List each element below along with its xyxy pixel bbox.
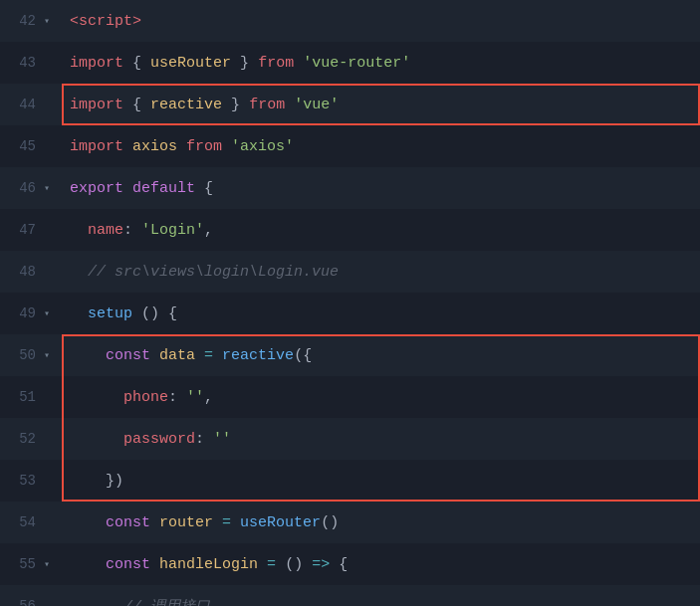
token-plain <box>258 556 267 573</box>
token-plain <box>204 431 213 448</box>
token-punctuation: { <box>204 180 213 197</box>
line-number: 51 <box>0 376 62 418</box>
token-plain <box>150 556 159 573</box>
fold-arrow-icon[interactable]: ▾ <box>40 306 54 320</box>
token-import-word: import <box>70 55 123 72</box>
token-comment: // src\views\login\Login.vue <box>88 264 339 281</box>
code-line: 45import axios from 'axios' <box>0 125 700 167</box>
token-from: from <box>258 55 294 72</box>
token-punctuation: { <box>168 305 177 322</box>
code-editor: 42▾<script>43import { useRouter } from '… <box>0 0 700 606</box>
token-plain <box>177 138 186 155</box>
code-content: setup () { <box>62 305 177 322</box>
token-operator: = <box>204 347 213 364</box>
line-number: 42▾ <box>0 0 62 42</box>
token-keyword: default <box>132 180 195 197</box>
token-prop: password <box>123 431 195 448</box>
code-line: 50▾ const data = reactive({ <box>0 334 700 376</box>
token-identifier: axios <box>132 138 177 155</box>
fold-arrow-icon[interactable]: ▾ <box>40 14 54 28</box>
token-var-name: handleLogin <box>159 556 258 573</box>
code-line: 52 password: '' <box>0 418 700 460</box>
token-plain <box>141 55 150 72</box>
token-plain <box>195 347 204 364</box>
code-line: 51 phone: '', <box>0 376 700 418</box>
line-number: 50▾ <box>0 334 62 376</box>
code-line: 55▾ const handleLogin = () => { <box>0 543 700 585</box>
token-punctuation: , <box>204 222 213 239</box>
token-plain <box>195 180 204 197</box>
token-const: const <box>106 556 150 573</box>
line-number: 48 <box>0 251 62 293</box>
line-number: 44 <box>0 84 62 125</box>
line-number: 47 <box>0 209 62 251</box>
token-string: 'axios' <box>231 138 294 155</box>
code-content: import { useRouter } from 'vue-router' <box>62 55 410 72</box>
line-number: 45 <box>0 125 62 167</box>
line-number: 49▾ <box>0 293 62 334</box>
token-plain <box>150 514 159 531</box>
token-string: '' <box>186 389 204 406</box>
token-punctuation: } <box>231 97 240 113</box>
code-content: import { reactive } from 'vue' <box>62 97 339 113</box>
line-number: 52 <box>0 418 62 460</box>
token-punctuation: ({ <box>294 347 312 364</box>
token-plain <box>132 222 141 239</box>
token-plain <box>123 138 132 155</box>
code-content: phone: '', <box>62 389 213 406</box>
token-punctuation: } <box>240 55 249 72</box>
token-plain <box>249 55 258 72</box>
line-number: 55▾ <box>0 543 62 585</box>
token-string: 'vue-router' <box>303 55 410 72</box>
code-line: 53 }) <box>0 460 700 502</box>
token-var-name: router <box>159 514 213 531</box>
token-string: 'Login' <box>141 222 204 239</box>
token-prop: name <box>88 222 123 239</box>
token-plain <box>231 514 240 531</box>
code-line: 48 // src\views\login\Login.vue <box>0 251 700 293</box>
token-function: useRouter <box>240 514 321 531</box>
code-line: 56 // 调用接口 <box>0 585 700 606</box>
line-number: 46▾ <box>0 167 62 209</box>
code-line: 46▾export default { <box>0 167 700 209</box>
token-punctuation: : <box>123 222 132 239</box>
token-plain <box>303 556 312 573</box>
line-number: 56 <box>0 585 62 606</box>
token-plain <box>294 55 303 72</box>
fold-arrow-icon[interactable]: ▾ <box>40 557 54 571</box>
token-identifier: reactive <box>150 97 222 113</box>
token-punctuation: { <box>132 55 141 72</box>
token-plain <box>213 347 222 364</box>
token-plain <box>123 180 132 197</box>
token-plain <box>276 556 285 573</box>
token-punctuation: : <box>195 431 204 448</box>
fold-arrow-icon[interactable]: ▾ <box>40 348 54 362</box>
code-content: const router = useRouter() <box>62 514 339 531</box>
code-line: 44import { reactive } from 'vue' <box>0 84 700 125</box>
code-line: 42▾<script> <box>0 0 700 42</box>
token-plain <box>240 97 249 113</box>
token-punctuation: () <box>321 514 339 531</box>
token-punctuation: () <box>141 305 159 322</box>
token-reactive: reactive <box>222 347 294 364</box>
token-export: export <box>70 180 123 197</box>
token-plain <box>330 556 339 573</box>
code-line: 47 name: 'Login', <box>0 209 700 251</box>
token-var-name: data <box>159 347 195 364</box>
token-plain <box>222 97 231 113</box>
code-content: import axios from 'axios' <box>62 138 294 155</box>
code-content: const handleLogin = () => { <box>62 556 348 573</box>
token-punctuation: { <box>132 97 141 113</box>
token-plain <box>123 97 132 113</box>
token-plain <box>213 514 222 531</box>
token-import-word: import <box>70 138 123 155</box>
code-content: const data = reactive({ <box>62 347 312 364</box>
token-plain <box>222 138 231 155</box>
line-number: 54 <box>0 502 62 543</box>
token-import-word: import <box>70 97 123 113</box>
token-plain <box>123 55 132 72</box>
token-string: 'vue' <box>294 97 339 113</box>
token-plain <box>231 55 240 72</box>
fold-arrow-icon[interactable]: ▾ <box>40 181 54 195</box>
code-content: <script> <box>62 13 141 30</box>
